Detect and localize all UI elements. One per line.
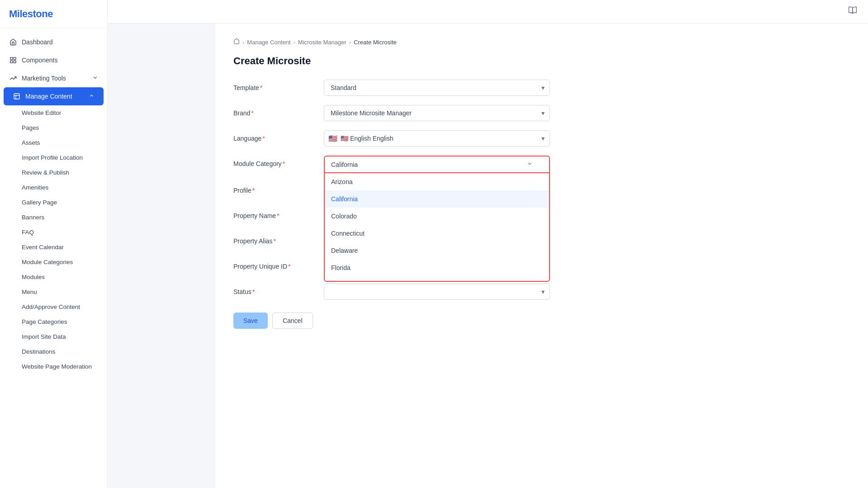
sidebar-item-dashboard[interactable]: Dashboard — [0, 33, 107, 51]
sidebar-item-components[interactable]: Components — [0, 51, 107, 69]
property-unique-id-label: Property Unique ID* — [233, 258, 315, 270]
property-alias-label: Property Alias* — [233, 233, 315, 245]
manage-content-icon — [13, 92, 21, 100]
sidebar-item-import-profile-location[interactable]: Import Profile Location — [0, 150, 107, 165]
module-category-dropdown: California Arizona California Colorado C… — [324, 156, 550, 173]
save-button[interactable]: Save — [233, 313, 268, 329]
dropdown-option-connecticut[interactable]: Connecticut — [325, 225, 549, 242]
svg-rect-4 — [14, 94, 19, 99]
chevron-down-icon — [92, 75, 98, 82]
module-category-chevron-icon — [526, 161, 533, 168]
sub-nav-manage-content: Website Editor Pages Assets Import Profi… — [0, 105, 107, 374]
breadcrumb-sep-2: › — [293, 39, 295, 46]
dropdown-option-colorado[interactable]: Colorado — [325, 208, 549, 225]
status-field: ▾ — [324, 284, 550, 300]
sidebar-item-menu[interactable]: Menu — [0, 284, 107, 299]
cancel-button[interactable]: Cancel — [272, 313, 313, 329]
create-microsite-form: Template* Standard ▾ Brand* Milestone Mi… — [233, 80, 550, 329]
marketing-icon — [9, 74, 17, 82]
sidebar-item-website-editor[interactable]: Website Editor — [0, 105, 107, 120]
breadcrumb: › Manage Content › Microsite Manager › C… — [233, 38, 850, 46]
svg-rect-1 — [14, 57, 16, 60]
language-field: 🇺🇸 English English 🇺🇸 ▾ — [324, 130, 550, 147]
svg-rect-3 — [10, 61, 13, 63]
status-select[interactable] — [324, 284, 550, 300]
sidebar-item-marketing-tools[interactable]: Marketing Tools — [0, 69, 107, 87]
sidebar-item-add-approve-content[interactable]: Add/Approve Content — [0, 299, 107, 314]
sidebar-item-pages[interactable]: Pages — [0, 120, 107, 135]
brand-field: Milestone Microsite Manager ▾ — [324, 105, 550, 121]
breadcrumb-manage-content[interactable]: Manage Content — [247, 39, 290, 46]
sidebar-item-banners[interactable]: Banners — [0, 210, 107, 225]
dropdown-option-georgia[interactable]: Georgia — [325, 276, 549, 282]
svg-rect-0 — [10, 57, 13, 60]
components-icon — [9, 56, 17, 64]
breadcrumb-microsite-manager[interactable]: Microsite Manager — [298, 39, 346, 46]
status-label: Status* — [233, 284, 315, 295]
template-select[interactable]: Standard — [324, 80, 550, 96]
dropdown-option-delaware[interactable]: Delaware — [325, 242, 549, 259]
property-name-label: Property Name* — [233, 208, 315, 219]
form-actions: Save Cancel — [233, 313, 550, 329]
sidebar-item-modules[interactable]: Modules — [0, 270, 107, 284]
sidebar-item-review-publish[interactable]: Review & Publish — [0, 165, 107, 180]
language-label: Language* — [233, 130, 315, 142]
sidebar-item-amenities[interactable]: Amenities — [0, 180, 107, 195]
sidebar-label-dashboard: Dashboard — [22, 38, 98, 46]
sidebar-item-import-site-data[interactable]: Import Site Data — [0, 329, 107, 344]
sidebar-item-assets[interactable]: Assets — [0, 135, 107, 150]
sidebar-label-components: Components — [22, 57, 98, 64]
sidebar-item-manage-content[interactable]: Manage Content — [4, 87, 104, 105]
page-title: Create Microsite — [233, 55, 850, 67]
template-label: Template* — [233, 80, 315, 91]
module-category-list: Arizona California Colorado Connecticut … — [324, 173, 550, 282]
top-bar — [108, 0, 868, 24]
profile-label: Profile* — [233, 182, 315, 194]
sidebar-nav: Dashboard Components Marketing Tools Man… — [0, 28, 107, 488]
status-row: Status* ▾ — [233, 284, 550, 300]
dropdown-option-california[interactable]: California — [325, 190, 549, 208]
language-select[interactable]: 🇺🇸 English English — [324, 130, 550, 147]
brand-label: Brand* — [233, 105, 315, 117]
chevron-up-icon — [89, 93, 95, 100]
sidebar-label-marketing: Marketing Tools — [22, 75, 88, 82]
sidebar-item-page-categories[interactable]: Page Categories — [0, 314, 107, 329]
breadcrumb-home-icon[interactable] — [233, 38, 240, 46]
brand-select[interactable]: Milestone Microsite Manager — [324, 105, 550, 121]
template-field: Standard ▾ — [324, 80, 550, 96]
sidebar-item-module-categories[interactable]: Module Categories — [0, 255, 107, 270]
sidebar-item-destinations[interactable]: Destinations — [0, 344, 107, 359]
module-category-value: California — [331, 161, 358, 168]
brand-row: Brand* Milestone Microsite Manager ▾ — [233, 105, 550, 121]
svg-rect-2 — [14, 61, 16, 63]
sidebar: Milestone Dashboard Components Marketing… — [0, 0, 108, 488]
language-row: Language* 🇺🇸 English English 🇺🇸 ▾ — [233, 130, 550, 147]
logo: Milestone — [0, 0, 107, 28]
module-category-row: Module Category* California Arizona Cali… — [233, 156, 550, 173]
sidebar-item-website-page-moderation[interactable]: Website Page Moderation — [0, 359, 107, 374]
main-content: › Manage Content › Microsite Manager › C… — [215, 24, 868, 488]
sidebar-item-gallery-page[interactable]: Gallery Page — [0, 195, 107, 210]
sidebar-item-faq[interactable]: FAQ — [0, 225, 107, 240]
dropdown-option-arizona[interactable]: Arizona — [325, 173, 549, 190]
module-category-label: Module Category* — [233, 156, 315, 167]
breadcrumb-create-microsite: Create Microsite — [354, 39, 397, 46]
book-icon[interactable] — [848, 6, 857, 17]
breadcrumb-sep-3: › — [349, 39, 351, 46]
app-name: Milestone — [9, 8, 53, 19]
module-category-trigger[interactable]: California — [324, 156, 550, 173]
home-icon — [9, 38, 17, 46]
module-category-field: California Arizona California Colorado C… — [324, 156, 550, 173]
sidebar-item-event-calendar[interactable]: Event Calendar — [0, 240, 107, 255]
template-row: Template* Standard ▾ — [233, 80, 550, 96]
breadcrumb-sep-1: › — [242, 39, 244, 46]
dropdown-option-florida[interactable]: Florida — [325, 259, 549, 276]
sidebar-label-manage-content: Manage Content — [25, 93, 84, 100]
